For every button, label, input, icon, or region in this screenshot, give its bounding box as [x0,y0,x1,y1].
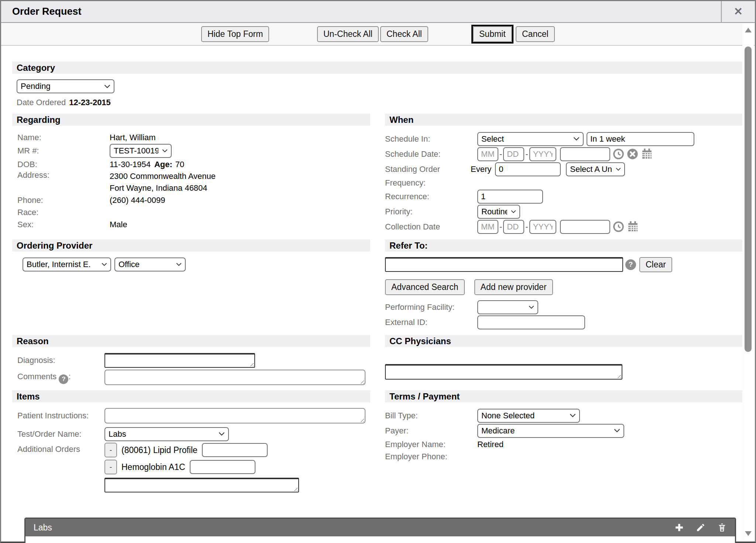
category-select-value: Pending [21,82,51,91]
help-icon[interactable]: ? [59,374,68,384]
refer-to-search-input[interactable] [385,257,623,272]
remove-order-button[interactable]: - [104,443,117,457]
ordering-provider-select[interactable]: Butler, Internist E. [23,257,111,272]
collection-date-year-input[interactable] [529,220,556,234]
ordering-provider-row: Butler, Internist E. Office [12,257,370,272]
date-separator: - [499,149,502,159]
schedule-date-row: Schedule Date: - - [385,146,743,162]
recurrence-input[interactable] [477,190,543,204]
order-item-input[interactable] [190,460,255,474]
add-new-provider-button[interactable]: Add new provider [474,279,553,295]
terms-payment-header: Terms / Payment [385,390,743,402]
add-icon[interactable] [674,523,684,532]
vertical-scrollbar[interactable] [742,24,754,540]
when-header: When [385,114,743,126]
test-order-label: Test/Order Name: [17,429,104,439]
collection-date-day-input[interactable] [503,220,524,234]
schedule-date-day-input[interactable] [503,147,524,161]
clear-date-icon[interactable] [627,148,638,160]
ordering-location-select[interactable]: Office [114,257,186,272]
name-row: Name: Hart, William [17,131,370,143]
labs-panel-title: Labs [34,523,52,533]
edit-icon[interactable] [696,523,705,532]
date-ordered-label: Date Ordered [17,98,66,107]
mr-select[interactable]: TEST-10019 [110,144,172,158]
address-row: Address: 2300 Commonwealth Avenue Fort W… [17,170,370,194]
scroll-down-arrow-icon[interactable] [745,531,752,536]
schedule-in-select[interactable]: Select [477,132,584,146]
schedule-in-row: Schedule In: Select [385,131,743,146]
hide-top-form-button[interactable]: Hide Top Form [201,26,269,42]
standing-order-unit-select[interactable]: Select A Unit [566,162,625,176]
close-button[interactable]: ✕ [721,1,755,22]
cancel-button[interactable]: Cancel [516,26,555,42]
clock-icon[interactable] [613,148,624,160]
terms-payment-section: Terms / Payment Bill Type: None Selected… [385,390,743,495]
performing-facility-select[interactable] [477,300,538,314]
schedule-in-text-input[interactable] [587,132,694,146]
employer-phone-row: Employer Phone: [385,450,743,463]
diagnosis-input[interactable] [104,353,255,368]
scrollbar-thumb[interactable] [745,46,752,352]
dialog-toolbar: Hide Top Form Un-Check All Check All Sub… [1,23,755,46]
chevron-down-icon [616,167,621,171]
race-row: Race: [17,206,370,218]
external-id-row: External ID: [385,315,743,330]
employer-name-label: Employer Name: [385,440,477,449]
payer-row: Payer: Medicare [385,423,743,438]
every-label: Every [471,165,491,174]
performing-facility-row: Performing Facility: [385,300,743,315]
scroll-up-arrow-icon[interactable] [745,28,752,32]
priority-select-value: Routine [481,207,507,217]
additional-orders-row: Additional Orders - (80061) Lipid Profil… [17,442,370,495]
category-select[interactable]: Pending [17,79,114,93]
cc-physicians-input[interactable] [385,364,622,380]
payer-value: Medicare [481,426,515,436]
order-item: - Hemoglobin A1C [104,459,299,475]
labs-panel-header: Labs [25,519,735,536]
clear-refer-to-button[interactable]: Clear [639,257,672,272]
chevron-down-icon [511,210,516,214]
schedule-in-label: Schedule In: [385,134,477,144]
address-label: Address: [17,170,110,180]
payer-select[interactable]: Medicare [477,424,624,438]
address-value: 2300 Commonwealth Avenue Fort Wayne, Ind… [110,170,216,194]
regarding-header: Regarding [12,114,370,126]
check-all-button[interactable]: Check All [380,26,428,42]
collection-date-label: Collection Date [385,222,477,232]
order-item-input[interactable] [202,443,268,457]
clock-icon[interactable] [613,221,624,232]
patient-instructions-textarea[interactable] [104,408,365,423]
advanced-search-button[interactable]: Advanced Search [385,279,465,295]
priority-select[interactable]: Routine [477,205,520,219]
standing-order-every-input[interactable] [495,162,561,176]
help-icon[interactable]: ? [625,259,636,270]
delete-icon[interactable] [717,523,727,532]
dob-value: 11-30-1954 [110,160,151,169]
reason-header: Reason [12,335,370,347]
test-order-select[interactable]: Labs [104,427,229,441]
collection-date-row: Collection Date - - [385,219,743,234]
uncheck-all-button[interactable]: Un-Check All [317,26,379,42]
submit-button[interactable]: Submit [473,26,512,42]
bill-type-select[interactable]: None Selected [477,409,580,423]
remove-order-button[interactable]: - [104,460,117,474]
name-value: Hart, William [110,133,156,142]
ordering-location-value: Office [118,260,140,269]
external-id-input[interactable] [477,315,585,329]
schedule-date-month-input[interactable] [477,147,498,161]
category-row: Pending [12,79,755,93]
collection-date-time-input[interactable] [560,220,610,234]
comments-textarea[interactable] [104,370,365,385]
collection-date-month-input[interactable] [477,220,498,234]
items-section: Items Patient Instructions: Test/Order N… [12,390,370,495]
mr-select-value: TEST-10019 [114,146,158,156]
schedule-date-year-input[interactable] [529,147,556,161]
cc-physicians-section: CC Physicians [385,335,743,385]
schedule-date-time-input[interactable] [560,147,610,161]
add-order-input[interactable] [104,478,299,492]
calendar-icon[interactable] [627,221,639,233]
calendar-icon[interactable] [641,148,653,160]
chevron-down-icon [614,429,620,433]
order-item-name: Hemoglobin A1C [121,462,185,472]
